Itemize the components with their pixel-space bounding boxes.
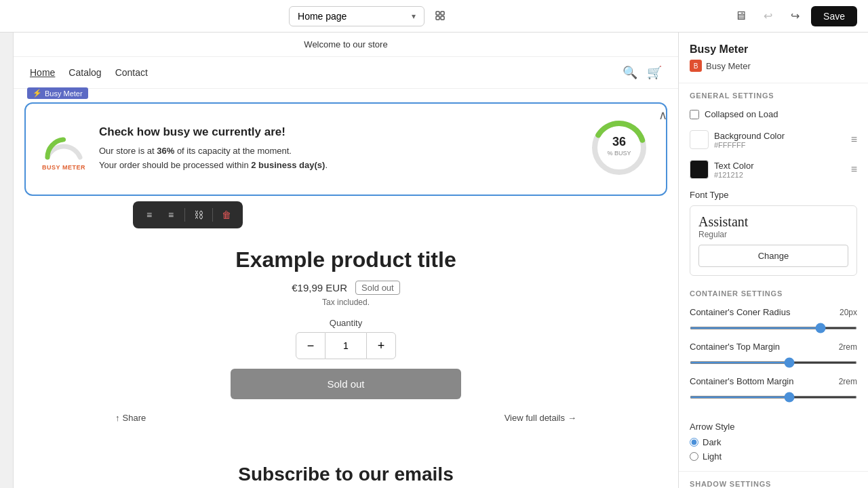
undo-button[interactable]: ↩ bbox=[757, 5, 778, 27]
background-color-info: Background Color #FFFFFF bbox=[690, 130, 785, 149]
view-full-details-link[interactable]: View full details → bbox=[505, 413, 576, 423]
share-label: Share bbox=[123, 413, 146, 423]
gauge-circle-svg: 36 % BUSY bbox=[589, 117, 650, 178]
svg-rect-0 bbox=[436, 12, 439, 15]
arrow-style-label: Arrow Style bbox=[690, 422, 857, 432]
text-color-text: Text Color #121212 bbox=[714, 161, 754, 179]
announcement-text: Welcome to our store bbox=[304, 39, 387, 49]
busy-meter-panel-icon: B bbox=[690, 60, 702, 72]
background-color-swatch[interactable] bbox=[690, 130, 709, 149]
bottom-margin-value: 2rem bbox=[839, 377, 857, 386]
general-settings-label: GENERAL SETTINGS bbox=[679, 83, 868, 104]
announcement-bar: Welcome to our store bbox=[14, 33, 678, 57]
subscribe-title: Subscribe to our emails bbox=[41, 464, 651, 485]
cart-icon[interactable]: 🛒 bbox=[647, 65, 662, 80]
arrow-light-label[interactable]: Light bbox=[703, 451, 722, 462]
panel-subtitle-text: Busy Meter bbox=[706, 61, 751, 71]
page-select-dropdown[interactable]: Home page ▾ bbox=[289, 6, 425, 26]
arrow-right-icon: → bbox=[568, 413, 576, 423]
quantity-increase-button[interactable]: + bbox=[366, 332, 396, 359]
save-button[interactable]: Save bbox=[811, 6, 857, 26]
arrow-style-section: Arrow Style Dark Light bbox=[679, 416, 868, 471]
busy-meter-title: Check how busy we currently are! bbox=[99, 125, 575, 139]
collapsed-on-load-row: Collapsed on Load bbox=[679, 104, 868, 125]
nav-links: Home Catalog Contact bbox=[30, 67, 623, 78]
search-icon[interactable]: 🔍 bbox=[623, 65, 637, 80]
toolbar-divider-2 bbox=[212, 208, 213, 222]
background-color-stack-icon[interactable]: ≡ bbox=[851, 134, 857, 146]
store-nav: Home Catalog Contact 🔍 🛒 bbox=[14, 57, 678, 89]
bottom-margin-slider[interactable] bbox=[690, 396, 857, 399]
container-settings-label: CONTAINER SETTINGS bbox=[679, 281, 868, 302]
corner-radius-row: Container's Coner Radius 20px bbox=[690, 307, 857, 332]
redo-button[interactable]: ↪ bbox=[784, 5, 806, 27]
product-price: €19,99 EUR bbox=[292, 282, 347, 293]
svg-rect-1 bbox=[441, 12, 444, 15]
nav-contact[interactable]: Contact bbox=[115, 67, 148, 78]
collapse-button[interactable]: ∧ bbox=[658, 108, 667, 123]
panel-subtitle: B Busy Meter bbox=[690, 60, 857, 72]
store-preview: Welcome to our store Home Catalog Contac… bbox=[14, 33, 678, 488]
background-color-label: Background Color bbox=[714, 131, 785, 141]
background-color-hex: #FFFFFF bbox=[714, 141, 785, 149]
arrow-light-radio[interactable] bbox=[690, 452, 698, 461]
font-style: Regular bbox=[698, 230, 848, 239]
align-left-icon[interactable]: ≡ bbox=[140, 205, 159, 224]
monitor-view-button[interactable]: 🖥 bbox=[730, 5, 751, 27]
share-link[interactable]: ↑ Share bbox=[115, 413, 146, 423]
busy-meter-gauge-svg bbox=[42, 127, 85, 161]
arrow-dark-radio[interactable] bbox=[690, 438, 698, 447]
background-color-text: Background Color #FFFFFF bbox=[714, 131, 785, 149]
order-bold: 2 business day(s) bbox=[251, 160, 325, 170]
text-color-label: Text Color bbox=[714, 161, 754, 171]
toolbar: Home page ▾ 🖥 ↩ ↪ Save bbox=[0, 0, 868, 33]
view-full-label: View full details bbox=[505, 413, 565, 423]
arrow-style-light-row: Light bbox=[690, 451, 857, 462]
busy-meter-section-label: ⚡ Busy Meter bbox=[27, 87, 88, 99]
top-margin-row: Container's Top Margin 2rem bbox=[690, 342, 857, 367]
text-color-row: Text Color #121212 ≡ bbox=[679, 155, 868, 184]
canvas-area: Welcome to our store Home Catalog Contac… bbox=[14, 33, 678, 488]
left-edge bbox=[0, 33, 14, 488]
align-center-icon[interactable]: ≡ bbox=[161, 205, 180, 224]
main-layout: Welcome to our store Home Catalog Contac… bbox=[0, 33, 868, 488]
font-type-section-label: Font Type bbox=[690, 190, 857, 200]
right-panel: Busy Meter B Busy Meter GENERAL SETTINGS… bbox=[678, 33, 868, 488]
font-name: Assistant bbox=[698, 214, 848, 230]
busy-meter-section: ⚡ Busy Meter bbox=[14, 89, 678, 234]
collapsed-on-load-label[interactable]: Collapsed on Load bbox=[705, 109, 778, 119]
quantity-decrease-button[interactable]: − bbox=[296, 332, 326, 359]
logo-text: BUSY METER bbox=[42, 164, 85, 171]
font-type-section: Font Type Assistant Regular Change bbox=[679, 184, 868, 281]
cursor-tool-icon[interactable] bbox=[430, 5, 452, 27]
order-prefix: Your order should be processed within bbox=[99, 160, 251, 170]
svg-text:36: 36 bbox=[612, 135, 626, 148]
text-color-stack-icon[interactable]: ≡ bbox=[851, 163, 857, 176]
sold-out-button: Sold out bbox=[231, 369, 461, 399]
product-area: Example product title €19,99 EUR Sold ou… bbox=[14, 234, 678, 436]
quantity-input[interactable] bbox=[326, 332, 366, 359]
collapsed-on-load-checkbox[interactable] bbox=[690, 110, 699, 119]
order-suffix: . bbox=[325, 160, 328, 170]
container-settings-section: Container's Coner Radius 20px Container'… bbox=[679, 302, 868, 416]
link-icon[interactable]: ⛓ bbox=[189, 205, 208, 224]
corner-radius-slider[interactable] bbox=[690, 327, 857, 329]
text-color-swatch[interactable] bbox=[690, 160, 709, 179]
nav-catalog[interactable]: Catalog bbox=[68, 67, 101, 78]
corner-radius-label: Container's Coner Radius bbox=[690, 307, 790, 317]
sold-out-badge: Sold out bbox=[355, 281, 400, 295]
nav-home[interactable]: Home bbox=[30, 67, 55, 78]
bottom-margin-row: Container's Bottom Margin 2rem bbox=[690, 376, 857, 401]
toolbar-center: Home page ▾ bbox=[289, 5, 452, 27]
busy-meter-logo: BUSY METER bbox=[42, 127, 85, 171]
delete-icon[interactable]: 🗑 bbox=[217, 205, 236, 224]
quantity-label: Quantity bbox=[41, 318, 651, 328]
panel-header: Busy Meter B Busy Meter bbox=[679, 33, 868, 83]
shadow-settings-label: SHADOW SETTINGS bbox=[679, 471, 868, 488]
arrow-dark-label[interactable]: Dark bbox=[703, 437, 721, 447]
toolbar-divider bbox=[184, 208, 185, 222]
arrow-style-dark-row: Dark bbox=[690, 437, 857, 447]
corner-radius-value: 20px bbox=[840, 308, 857, 317]
change-font-button[interactable]: Change bbox=[698, 245, 848, 267]
top-margin-slider[interactable] bbox=[690, 361, 857, 364]
